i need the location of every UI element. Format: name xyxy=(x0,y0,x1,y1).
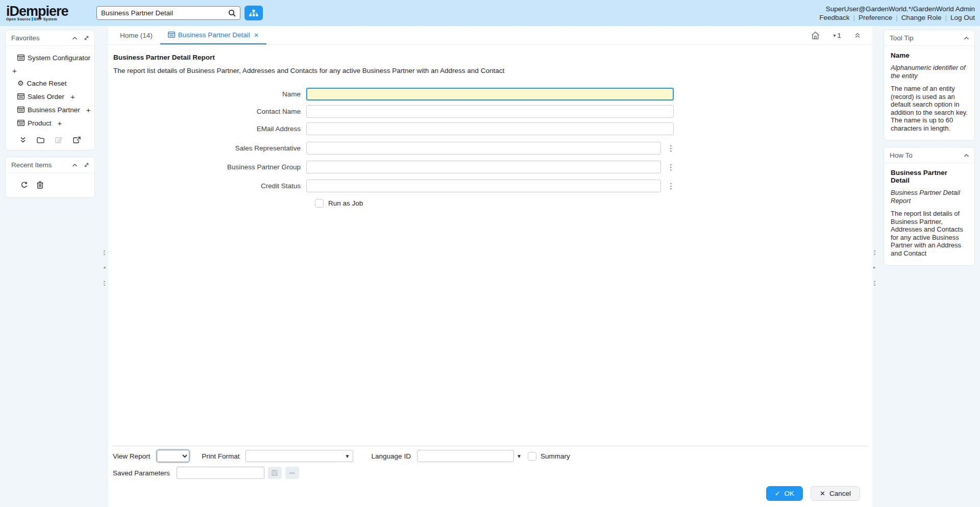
favorites-item-business-partner[interactable]: Business Partner + xyxy=(6,103,94,116)
dropdown-arrow-icon[interactable]: ▼ xyxy=(513,453,525,459)
how-to-title: How To xyxy=(890,151,913,159)
how-to-panel-header: How To xyxy=(884,147,974,163)
preference-link[interactable]: Preference xyxy=(859,13,892,22)
delete-parameters-button xyxy=(285,467,299,479)
collapse-panel-icon[interactable] xyxy=(964,36,969,40)
favorites-item-product[interactable]: Product + xyxy=(6,116,94,130)
logo-subtitle-right: ERP System xyxy=(34,17,57,21)
tool-tip-subheading: Alphanumeric identifier of the entity xyxy=(891,64,968,80)
collapse-panel-icon[interactable] xyxy=(72,36,78,40)
window-icon xyxy=(17,93,24,99)
dropdown-arrow-icon[interactable]: ▼ xyxy=(342,453,353,459)
favorites-item-label: Business Partner xyxy=(28,106,80,114)
view-report-select[interactable] xyxy=(157,450,189,462)
refresh-icon[interactable] xyxy=(20,181,28,189)
collapse-all-icon[interactable] xyxy=(19,137,27,143)
new-record-plus-icon[interactable]: + xyxy=(70,92,75,101)
east-sidebar: Tool Tip Name Alphanumeric identifier of… xyxy=(878,26,980,507)
tool-tip-content: Name Alphanumeric identifier of the enti… xyxy=(884,46,974,140)
plus-icon: + xyxy=(12,66,17,75)
feedback-link[interactable]: Feedback xyxy=(819,13,849,22)
expand-panel-icon[interactable] xyxy=(84,35,89,41)
east-splitter[interactable]: ▸ xyxy=(872,26,878,507)
menu-tree-button[interactable] xyxy=(244,6,263,20)
email-address-field[interactable] xyxy=(306,122,674,135)
new-record-plus-icon[interactable]: + xyxy=(58,119,62,128)
print-format-label: Print Format xyxy=(202,452,239,460)
logo-subtitle-left: Open Source xyxy=(6,17,31,21)
log-out-link[interactable]: Log Out xyxy=(950,13,975,22)
tabbar-right-tools: ▾ 1 xyxy=(811,26,872,44)
splitter-grip[interactable] xyxy=(104,280,105,287)
favorites-item-system-configurator[interactable]: System Configurator xyxy=(6,51,94,64)
tab-home[interactable]: Home (14) xyxy=(112,26,160,44)
saved-parameters-label: Saved Parameters xyxy=(113,469,170,477)
save-icon xyxy=(272,470,278,476)
west-splitter[interactable]: ◂ xyxy=(102,26,108,507)
search-icon[interactable] xyxy=(225,7,240,19)
form-row-business-partner-group: Business Partner Group ⋮ xyxy=(113,161,872,173)
collapse-west-arrow-icon[interactable]: ◂ xyxy=(103,265,106,270)
check-icon: ✓ xyxy=(775,490,780,497)
more-options-icon[interactable]: ⋮ xyxy=(665,163,677,172)
link-separator: | xyxy=(896,13,898,22)
credit-status-field[interactable] xyxy=(306,180,661,192)
business-partner-group-field[interactable] xyxy=(306,161,661,173)
change-role-link[interactable]: Change Role xyxy=(901,13,942,22)
saved-parameters-input[interactable] xyxy=(177,467,273,478)
report-options-bar: View Report Print Format ▼ Language ID ▼… xyxy=(113,446,868,484)
window-icon xyxy=(17,55,24,61)
logo-blue-bar xyxy=(32,17,33,21)
splitter-grip[interactable] xyxy=(104,249,105,256)
global-search-input[interactable] xyxy=(97,7,225,19)
tab-active-label: Business Partner Detail xyxy=(178,31,250,39)
run-as-job-checkbox[interactable] xyxy=(315,199,324,208)
recent-items-panel-header: Recent Items xyxy=(6,157,94,173)
header-links: Feedback| Preference| Change Role| Log O… xyxy=(819,13,975,22)
idempiere-logo[interactable]: iDempiere Open Source ERP System xyxy=(6,5,90,21)
splitter-grip[interactable] xyxy=(874,249,875,256)
favorites-item-sales-order[interactable]: Sales Order + xyxy=(6,90,94,103)
trash-icon[interactable] xyxy=(37,181,43,189)
contact-name-field[interactable] xyxy=(306,105,674,118)
print-format-input[interactable] xyxy=(246,450,342,462)
process-dialog: Business Partner Detail Report The repor… xyxy=(108,45,872,446)
tool-tip-panel-header: Tool Tip xyxy=(884,30,974,46)
language-id-label: Language ID xyxy=(372,452,411,460)
saved-parameters-combo: ▼ xyxy=(177,467,264,479)
folder-icon[interactable] xyxy=(37,137,44,143)
ok-button-label: OK xyxy=(785,490,795,497)
ok-button[interactable]: ✓ OK xyxy=(766,486,803,501)
cancel-button[interactable]: ✕ Cancel xyxy=(811,486,860,501)
cancel-button-label: Cancel xyxy=(829,490,851,497)
collapse-panel-icon[interactable] xyxy=(72,163,78,167)
splitter-grip[interactable] xyxy=(874,280,875,287)
window-list-dropdown[interactable]: ▾ 1 xyxy=(833,32,841,39)
favorites-item-label: Cache Reset xyxy=(27,80,67,87)
form-row-credit-status: Credit Status ⋮ xyxy=(113,180,872,192)
open-window-count: 1 xyxy=(837,32,841,39)
tool-tip-text: The name of an entity (record) is used a… xyxy=(891,85,968,132)
home-icon[interactable] xyxy=(811,31,820,40)
how-to-content: Business Partner Detail Business Partner… xyxy=(884,163,974,265)
favorites-item-label: Sales Order xyxy=(28,93,64,100)
more-options-icon[interactable]: ⋮ xyxy=(665,182,677,191)
expand-panel-icon[interactable] xyxy=(84,162,89,168)
sales-representative-field[interactable] xyxy=(306,142,661,155)
summary-checkbox[interactable] xyxy=(528,452,536,461)
name-field[interactable] xyxy=(306,88,674,100)
language-id-input[interactable] xyxy=(418,450,513,462)
close-tab-icon[interactable]: × xyxy=(254,31,259,39)
collapse-header-icon[interactable] xyxy=(854,32,861,39)
more-options-icon[interactable]: ⋮ xyxy=(665,144,677,153)
tab-business-partner-detail[interactable]: Business Partner Detail × xyxy=(160,26,266,44)
print-format-combo: ▼ xyxy=(246,450,353,462)
collapse-panel-icon[interactable] xyxy=(964,154,969,158)
tree-expander-plus[interactable]: + xyxy=(6,64,94,77)
tool-tip-title: Tool Tip xyxy=(890,34,914,42)
sitemap-icon xyxy=(249,9,258,17)
share-icon[interactable] xyxy=(73,137,81,143)
collapse-east-arrow-icon[interactable]: ▸ xyxy=(873,265,876,270)
favorites-item-cache-reset[interactable]: ⚙ Cache Reset xyxy=(6,77,94,90)
new-record-plus-icon[interactable]: + xyxy=(86,106,91,114)
